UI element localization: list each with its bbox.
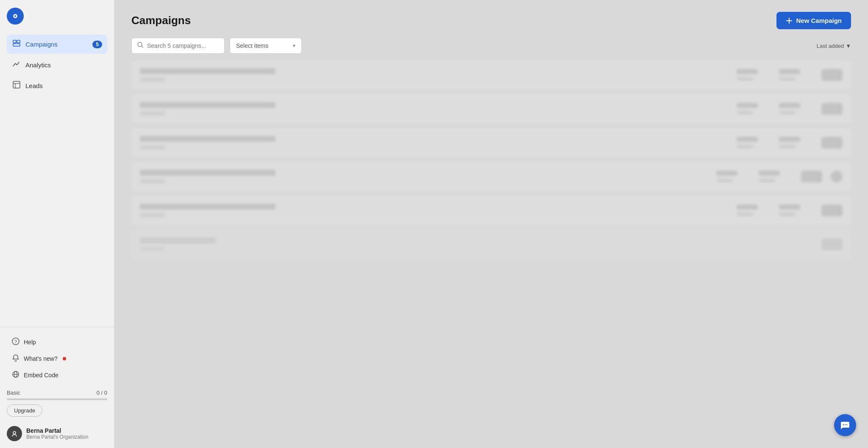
campaign-title-bar (140, 170, 275, 176)
avatar (7, 426, 22, 441)
campaign-sub-bar (140, 179, 165, 183)
campaign-sub-bar (140, 145, 165, 149)
table-row[interactable] (131, 61, 851, 89)
select-items-label: Select items (236, 42, 268, 49)
campaign-stat-1 (737, 103, 771, 115)
campaign-row-content (140, 170, 708, 183)
campaign-extra-btn[interactable] (831, 171, 843, 183)
table-row[interactable] (131, 230, 851, 259)
campaign-stat-2 (779, 137, 813, 149)
new-campaign-button[interactable]: New Campaign (776, 12, 851, 29)
chevron-down-icon: ▾ (293, 43, 295, 49)
stat-bar (737, 69, 758, 74)
stat-bar (737, 137, 758, 142)
select-items-dropdown[interactable]: Select items ▾ (230, 38, 302, 54)
svg-rect-5 (17, 40, 20, 43)
table-row[interactable] (131, 128, 851, 157)
sidebar-bottom: ? Help What's new? (0, 327, 114, 448)
campaign-sub-bar (140, 213, 165, 217)
page-title: Campaigns (131, 14, 191, 27)
user-profile[interactable]: Berna Partal Berna Partal's Organization (7, 422, 107, 441)
analytics-icon (12, 60, 21, 70)
stat-bar (779, 137, 800, 142)
campaign-title-bar (140, 102, 275, 108)
campaign-row-content (140, 68, 728, 82)
search-box[interactable] (131, 38, 225, 54)
campaign-row-content (140, 204, 728, 217)
campaign-sub-bar (140, 77, 165, 82)
stat-bar (779, 103, 800, 108)
whats-new-item[interactable]: What's new? (7, 351, 107, 366)
plan-label: Basic (7, 390, 20, 396)
svg-rect-14 (11, 430, 18, 437)
embed-code-label: Embed Code (24, 372, 58, 379)
svg-point-21 (845, 424, 846, 425)
sidebar-item-analytics-label: Analytics (25, 61, 51, 69)
help-label: Help (24, 339, 36, 346)
campaign-action-btn[interactable] (821, 69, 843, 81)
plan-usage: 0 / 0 (97, 390, 107, 396)
stat-bar-small (716, 178, 733, 183)
main-content: Campaigns New Campaign Select items (114, 0, 868, 448)
main-header: Campaigns New Campaign (114, 0, 868, 38)
stat-bar-small (737, 212, 754, 216)
table-row[interactable] (131, 162, 851, 191)
svg-point-20 (843, 424, 844, 425)
sidebar-middle (0, 100, 114, 327)
help-icon: ? (12, 337, 19, 346)
upgrade-button[interactable]: Upgrade (7, 404, 42, 417)
campaign-stat-1 (737, 205, 771, 216)
logo-area (7, 8, 107, 25)
embed-code-item[interactable]: Embed Code (7, 367, 107, 383)
sidebar-item-leads[interactable]: Leads (7, 76, 107, 95)
leads-icon (12, 80, 21, 91)
svg-point-2 (14, 15, 16, 17)
table-row[interactable] (131, 94, 851, 123)
stat-bar (737, 205, 758, 210)
stat-bar-small (779, 77, 796, 81)
sort-control[interactable]: Last added ▼ (817, 43, 851, 49)
stat-bar (779, 69, 800, 74)
sidebar-item-leads-label: Leads (25, 82, 43, 89)
stat-bar-small (737, 111, 754, 115)
plan-bar (7, 398, 107, 400)
plus-icon (786, 17, 793, 24)
user-org: Berna Partal's Organization (26, 434, 88, 440)
campaign-title-bar (140, 204, 275, 210)
stat-bar (779, 205, 800, 210)
svg-rect-4 (13, 44, 20, 46)
campaign-stat-2 (779, 205, 813, 216)
stat-bar-small (737, 77, 754, 81)
bottom-nav: ? Help What's new? (7, 334, 107, 383)
campaign-stat-2 (779, 69, 813, 81)
campaign-sub-bar (140, 111, 165, 116)
sort-chevron-icon: ▼ (846, 43, 851, 49)
notification-dot (63, 357, 66, 360)
campaign-action-btn[interactable] (801, 171, 822, 183)
main-nav: Campaigns 5 Analytics (7, 35, 107, 95)
campaign-list (114, 61, 868, 448)
sidebar: Campaigns 5 Analytics (0, 0, 114, 448)
toolbar: Select items ▾ Last added ▼ (114, 38, 868, 61)
chat-button[interactable] (834, 414, 856, 436)
campaign-title-bar (140, 238, 216, 243)
campaign-stat-1 (737, 137, 771, 149)
sidebar-item-campaigns[interactable]: Campaigns 5 (7, 35, 107, 54)
search-input[interactable] (147, 42, 219, 49)
search-icon (137, 41, 144, 50)
campaigns-icon (12, 39, 21, 50)
table-row[interactable] (131, 196, 851, 225)
campaign-stat-1 (716, 171, 750, 183)
sidebar-item-analytics[interactable]: Analytics (7, 55, 107, 75)
campaign-action-btn[interactable] (821, 137, 843, 149)
stat-bar (737, 103, 758, 108)
campaign-action-btn[interactable] (821, 238, 843, 250)
campaign-stat-2 (779, 103, 813, 115)
toolbar-left: Select items ▾ (131, 38, 302, 54)
chat-icon (840, 420, 850, 430)
campaign-title-bar (140, 68, 275, 74)
stat-bar-small (737, 144, 754, 149)
campaign-action-btn[interactable] (821, 103, 843, 115)
help-item[interactable]: ? Help (7, 334, 107, 350)
campaign-action-btn[interactable] (821, 205, 843, 216)
